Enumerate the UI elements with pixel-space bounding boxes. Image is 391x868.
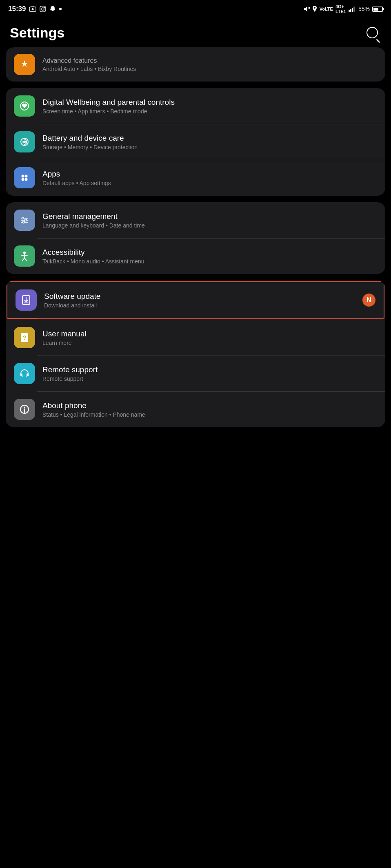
general-management-text: General management Language and keyboard… <box>42 212 377 229</box>
battery-device-text: Battery and device care Storage • Memory… <box>42 134 377 150</box>
general-management-item[interactable]: General management Language and keyboard… <box>6 202 385 238</box>
search-button[interactable] <box>363 24 381 42</box>
network-type: 4G+LTE1 <box>335 4 346 14</box>
remote-support-item[interactable]: Remote support Remote support <box>6 356 385 391</box>
status-bar: 15:39 VoLTE 4G+LTE1 55% <box>0 0 391 16</box>
svg-rect-8 <box>349 10 350 12</box>
svg-rect-36 <box>27 373 29 376</box>
user-manual-item[interactable]: ? User manual Learn more <box>6 320 385 356</box>
software-update-subtitle: Download and install <box>44 302 362 309</box>
header: Settings <box>0 16 391 47</box>
about-phone-item[interactable]: About phone Status • Legal information •… <box>6 391 385 427</box>
settings-content: Advanced features Android Auto • Labs • … <box>0 47 391 427</box>
user-manual-title: User manual <box>42 329 377 338</box>
search-icon <box>367 27 378 38</box>
digital-wellbeing-title: Digital Wellbeing and parental controls <box>42 98 377 107</box>
svg-rect-10 <box>352 8 353 12</box>
svg-point-14 <box>23 141 26 143</box>
advanced-features-icon <box>14 54 35 75</box>
battery-icon <box>372 7 383 12</box>
page-title: Settings <box>10 25 64 41</box>
svg-point-18 <box>25 178 28 181</box>
apps-item[interactable]: Apps Default apps • App settings <box>6 160 385 196</box>
general-management-subtitle: Language and keyboard • Date and time <box>42 222 377 229</box>
battery-percent: 55% <box>358 6 370 12</box>
settings-group-3: Software update Download and install N ?… <box>6 280 385 427</box>
svg-point-38 <box>24 407 25 408</box>
software-update-icon <box>16 289 37 311</box>
user-manual-text: User manual Learn more <box>42 329 377 346</box>
svg-point-1 <box>32 8 34 10</box>
status-time: 15:39 <box>8 5 26 13</box>
advanced-features-subtitle: Android Auto • Labs • Bixby Routines <box>42 66 377 72</box>
user-manual-subtitle: Learn more <box>42 340 377 346</box>
remote-support-icon <box>14 363 35 384</box>
digital-wellbeing-subtitle: Screen time • App timers • Bedtime mode <box>42 108 377 115</box>
general-management-title: General management <box>42 212 377 221</box>
signal-icon <box>349 6 356 12</box>
about-phone-text: About phone Status • Legal information •… <box>42 401 377 418</box>
settings-group-1: Digital Wellbeing and parental controls … <box>6 88 385 196</box>
svg-rect-35 <box>20 373 22 376</box>
svg-point-24 <box>23 221 25 223</box>
software-update-item[interactable]: Software update Download and install N <box>7 281 384 319</box>
apps-icon <box>14 167 35 188</box>
svg-rect-11 <box>353 7 355 12</box>
general-management-icon <box>14 210 35 231</box>
apps-title: Apps <box>42 170 377 179</box>
volte-indicator: VoLTE <box>320 7 333 11</box>
mute-icon <box>303 6 310 12</box>
svg-line-29 <box>24 258 27 261</box>
svg-point-15 <box>22 175 24 178</box>
settings-group-2: General management Language and keyboard… <box>6 202 385 274</box>
remote-support-title: Remote support <box>42 365 377 374</box>
software-update-title: Software update <box>44 292 362 301</box>
software-update-badge: N <box>362 294 375 307</box>
accessibility-text: Accessibility TalkBack • Mono audio • As… <box>42 248 377 265</box>
svg-point-17 <box>22 178 24 181</box>
about-phone-icon <box>14 399 35 420</box>
svg-point-3 <box>42 8 44 10</box>
apps-text: Apps Default apps • App settings <box>42 170 377 186</box>
status-left: 15:39 <box>8 5 62 13</box>
snapchat-icon <box>49 6 56 12</box>
battery-device-subtitle: Storage • Memory • Device protection <box>42 144 377 150</box>
digital-wellbeing-item[interactable]: Digital Wellbeing and parental controls … <box>6 88 385 124</box>
about-phone-title: About phone <box>42 401 377 410</box>
instagram-icon <box>40 6 46 12</box>
svg-line-28 <box>22 258 24 261</box>
accessibility-icon <box>14 245 35 267</box>
battery-device-item[interactable]: Battery and device care Storage • Memory… <box>6 124 385 160</box>
accessibility-title: Accessibility <box>42 248 377 257</box>
accessibility-subtitle: TalkBack • Mono audio • Assistant menu <box>42 258 377 265</box>
advanced-features-item[interactable]: Advanced features Android Auto • Labs • … <box>6 47 385 82</box>
remote-support-text: Remote support Remote support <box>42 365 377 382</box>
remote-support-subtitle: Remote support <box>42 375 377 382</box>
svg-rect-9 <box>350 9 351 12</box>
svg-point-16 <box>25 175 28 178</box>
software-update-text: Software update Download and install <box>44 292 362 309</box>
dot-indicator <box>59 8 62 10</box>
digital-wellbeing-text: Digital Wellbeing and parental controls … <box>42 98 377 115</box>
user-manual-icon: ? <box>14 327 35 348</box>
svg-point-23 <box>25 219 27 221</box>
apps-subtitle: Default apps • App settings <box>42 180 377 186</box>
svg-point-22 <box>22 217 24 219</box>
accessibility-item[interactable]: Accessibility TalkBack • Mono audio • As… <box>6 238 385 274</box>
advanced-features-title: Advanced features <box>42 57 377 64</box>
about-phone-subtitle: Status • Legal information • Phone name <box>42 411 377 418</box>
svg-point-7 <box>314 7 315 9</box>
photo-icon <box>29 6 36 12</box>
svg-point-4 <box>44 7 45 8</box>
advanced-features-text: Advanced features Android Auto • Labs • … <box>42 57 377 72</box>
location-icon <box>312 6 317 12</box>
battery-device-title: Battery and device care <box>42 134 377 143</box>
digital-wellbeing-icon <box>14 95 35 117</box>
svg-rect-2 <box>40 6 46 12</box>
svg-text:?: ? <box>23 334 27 341</box>
status-right: VoLTE 4G+LTE1 55% <box>303 4 383 14</box>
battery-device-icon <box>14 131 35 152</box>
